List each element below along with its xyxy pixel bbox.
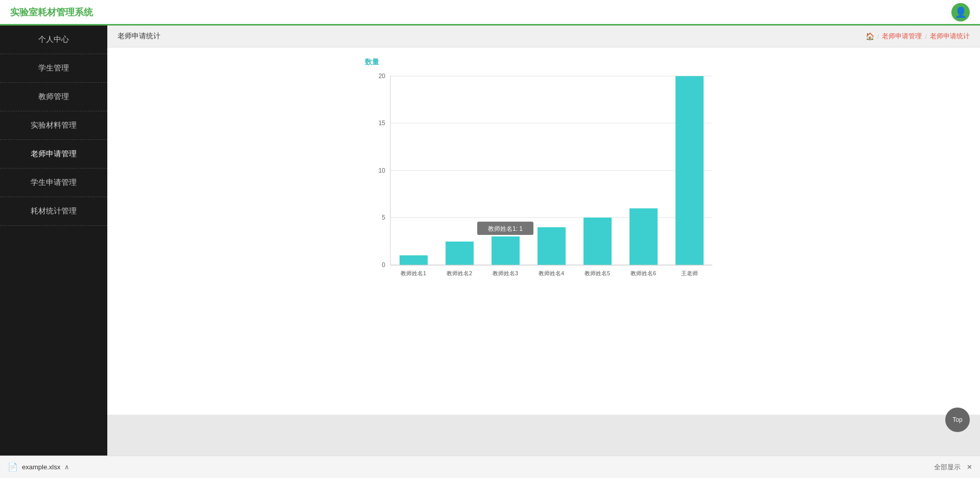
breadcrumb-sep-2: /	[925, 33, 927, 40]
bar-2	[446, 242, 474, 265]
svg-text:教师姓名1: 1: 教师姓名1: 1	[488, 225, 523, 232]
file-icon: 📄	[8, 462, 18, 472]
bar-1	[400, 255, 428, 265]
sidebar-item-student-apply[interactable]: 学生申请管理	[0, 169, 107, 197]
bottom-area	[107, 415, 980, 456]
page-title: 老师申请统计	[118, 32, 160, 41]
chart-container: 数量 0 5	[365, 58, 722, 291]
sidebar-item-personal[interactable]: 个人中心	[0, 26, 107, 54]
svg-text:教师姓名1: 教师姓名1	[401, 270, 426, 276]
bar-3	[492, 236, 520, 265]
home-icon[interactable]: 🏠	[866, 32, 874, 40]
svg-text:教师姓名2: 教师姓名2	[447, 270, 472, 276]
chart-wrap: 0 5 10 15 20 教师姓名1	[365, 71, 722, 291]
chart-y-label: 数量	[365, 58, 722, 67]
chart-svg: 0 5 10 15 20 教师姓名1	[365, 71, 722, 291]
breadcrumb-sep-1: /	[877, 33, 879, 40]
bar-5	[584, 218, 612, 265]
svg-text:20: 20	[379, 73, 386, 80]
svg-text:王老师: 王老师	[681, 270, 698, 276]
main-area: 老师申请统计 🏠 / 老师申请管理 / 老师申请统计 数量	[107, 26, 980, 456]
user-avatar[interactable]: 👤	[951, 3, 970, 21]
svg-text:教师姓名6: 教师姓名6	[631, 270, 656, 276]
sidebar: 个人中心 学生管理 教师管理 实验材料管理 老师申请管理 学生申请管理 耗材统计…	[0, 26, 107, 456]
app-title: 实验室耗材管理系统	[10, 6, 93, 18]
file-bar: 📄 example.xlsx ∧ 全部显示 ✕	[0, 456, 980, 478]
file-actions: 全部显示 ✕	[934, 463, 972, 472]
svg-text:教师姓名4: 教师姓名4	[539, 270, 564, 276]
svg-text:5: 5	[382, 214, 385, 221]
bar-4	[538, 227, 566, 265]
header: 实验室耗材管理系统 👤	[0, 0, 980, 26]
svg-text:教师姓名3: 教师姓名3	[493, 270, 518, 276]
sidebar-item-teacher-apply[interactable]: 老师申请管理	[0, 140, 107, 169]
svg-text:15: 15	[379, 119, 386, 127]
svg-text:教师姓名5: 教师姓名5	[585, 270, 610, 276]
sidebar-item-material[interactable]: 实验材料管理	[0, 111, 107, 140]
file-chevron-icon[interactable]: ∧	[64, 463, 69, 471]
breadcrumb: 🏠 / 老师申请管理 / 老师申请统计	[866, 32, 970, 41]
content-area: 数量 0 5	[107, 47, 980, 415]
svg-text:0: 0	[382, 261, 385, 269]
svg-text:10: 10	[379, 167, 386, 174]
file-name: example.xlsx	[22, 463, 60, 471]
close-file-button[interactable]: ✕	[967, 463, 972, 471]
sidebar-item-student[interactable]: 学生管理	[0, 54, 107, 83]
top-button[interactable]: Top	[945, 408, 970, 432]
sidebar-item-teacher[interactable]: 教师管理	[0, 83, 107, 111]
body-wrap: 个人中心 学生管理 教师管理 实验材料管理 老师申请管理 学生申请管理 耗材统计…	[0, 26, 980, 456]
bar-7	[675, 76, 704, 265]
bar-6	[629, 208, 658, 265]
breadcrumb-bar: 老师申请统计 🏠 / 老师申请管理 / 老师申请统计	[107, 26, 980, 47]
sidebar-item-stats[interactable]: 耗材统计管理	[0, 197, 107, 226]
breadcrumb-link-teacher-apply[interactable]: 老师申请管理	[882, 32, 922, 41]
file-info: 📄 example.xlsx ∧	[8, 462, 69, 472]
show-all-button[interactable]: 全部显示	[934, 463, 961, 472]
breadcrumb-current: 老师申请统计	[930, 32, 970, 41]
